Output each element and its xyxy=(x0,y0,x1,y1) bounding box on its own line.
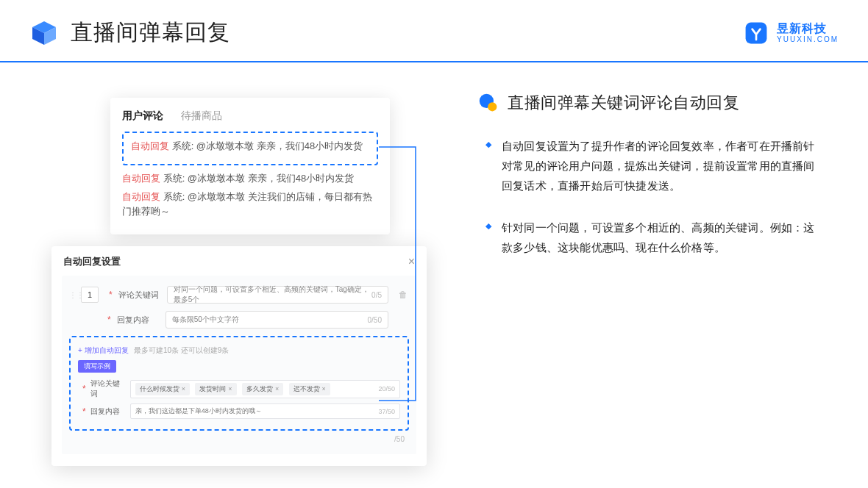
header-left: 直播间弹幕回复 xyxy=(29,18,230,48)
settings-body: ⋮⋮ * 评论关键词 对同一个问题，可设置多个相近、高频的关键词，Tag确定，最… xyxy=(62,276,416,454)
cube-icon xyxy=(29,18,59,48)
auto-reply-tag: 自动回复 xyxy=(122,191,160,202)
example-section: + 增加自动回复 最多可建10条 还可以创建9条 填写示例 * 评论关键词 什么… xyxy=(69,336,409,431)
brand-block: 昱新科技 YUUXIN.COM xyxy=(743,20,839,46)
ex-content-counter: 37/50 xyxy=(378,408,395,415)
tag-pill[interactable]: 迟不发货 xyxy=(289,383,330,395)
reply-text-1: 系统: @冰墩墩本墩 亲亲，我们48小时内发货 xyxy=(172,140,363,151)
content-input[interactable]: 每条限50个中文字符 0/50 xyxy=(166,311,388,329)
tag-pill[interactable]: 多久发货 xyxy=(242,383,283,395)
tab-pending-goods[interactable]: 待播商品 xyxy=(181,110,222,123)
right-column: 直播间弹幕关键词评论自动回复 自动回复设置为了提升作者的评论回复效率，作者可在开… xyxy=(478,85,824,445)
delete-icon[interactable]: 🗑 xyxy=(399,290,409,300)
bullet-list: 自动回复设置为了提升作者的评论回复效率，作者可在开播前针对常见的评论用户问题，提… xyxy=(478,136,824,257)
keyword-input[interactable]: 对同一个问题，可设置多个相近、高频的关键词，Tag确定，最多5个 0/5 xyxy=(167,286,388,304)
required-marker: * xyxy=(107,315,111,325)
outer-counter: /50 xyxy=(394,435,405,443)
settings-card: 自动回复设置 × ⋮⋮ * 评论关键词 对同一个问题，可设置多个相近、高频的关键… xyxy=(51,246,427,466)
content-row: * 回复内容 每条限50个中文字符 0/50 xyxy=(69,311,409,329)
settings-title: 自动回复设置 xyxy=(63,255,121,268)
ex-content-text: 亲，我们这边都是下单48小时内发货的哦～ xyxy=(135,406,262,416)
brand-text: 昱新科技 YUUXIN.COM xyxy=(777,22,839,43)
bullet-1: 自动回复设置为了提升作者的评论回复效率，作者可在开播前针对常见的评论用户问题，提… xyxy=(485,136,824,195)
keyword-row: ⋮⋮ * 评论关键词 对同一个问题，可设置多个相近、高频的关键词，Tag确定，最… xyxy=(69,286,409,304)
comments-tabs: 用户评论 待播商品 xyxy=(122,107,378,130)
brand-logo-icon xyxy=(743,20,769,46)
ex-kw-input[interactable]: 什么时候发货 发货时间 多久发货 迟不发货 20/50 xyxy=(130,380,400,398)
auto-reply-tag: 自动回复 xyxy=(122,173,160,184)
keyword-counter: 0/5 xyxy=(371,291,382,299)
example-chip: 填写示例 xyxy=(78,360,116,373)
add-auto-reply-link[interactable]: + 增加自动回复 xyxy=(78,346,129,354)
add-row: + 增加自动回复 最多可建10条 还可以创建9条 xyxy=(78,345,400,356)
comments-card: 用户评论 待播商品 自动回复 系统: @冰墩墩本墩 亲亲，我们48小时内发货 自… xyxy=(110,98,390,234)
settings-header: 自动回复设置 × xyxy=(62,254,416,276)
tag-pill[interactable]: 发货时间 xyxy=(195,383,236,395)
tag-pill[interactable]: 什么时候发货 xyxy=(135,383,190,395)
page-title: 直播间弹幕回复 xyxy=(71,18,230,48)
tab-user-comments[interactable]: 用户评论 xyxy=(122,110,163,123)
ex-tags: 什么时候发货 发货时间 多久发货 迟不发货 xyxy=(135,383,333,395)
content-counter: 0/50 xyxy=(368,316,382,324)
keyword-placeholder: 对同一个问题，可设置多个相近、高频的关键词，Tag确定，最多5个 xyxy=(174,284,371,305)
content-placeholder: 每条限50个中文字符 xyxy=(172,315,239,325)
required-marker: * xyxy=(82,384,86,394)
drag-handle-icon[interactable]: ⋮⋮ xyxy=(69,291,75,299)
chat-bubble-icon xyxy=(478,93,499,113)
content-label: 回复内容 xyxy=(117,315,160,326)
reply-line-3: 自动回复 系统: @冰墩墩本墩 关注我们的店铺，每日都有热门推荐哟～ xyxy=(122,190,378,218)
auto-reply-tag: 自动回复 xyxy=(131,140,169,151)
brand-url: YUUXIN.COM xyxy=(777,35,839,43)
page-header: 直播间弹幕回复 昱新科技 YUUXIN.COM xyxy=(0,0,868,62)
section-title: 直播间弹幕关键词评论自动回复 xyxy=(508,92,739,114)
highlighted-reply: 自动回复 系统: @冰墩墩本墩 亲亲，我们48小时内发货 xyxy=(122,132,378,165)
reply-line-2: 自动回复 系统: @冰墩墩本墩 亲亲，我们48小时内发货 xyxy=(122,171,378,186)
sequence-input[interactable] xyxy=(81,287,99,303)
ex-kw-counter: 20/50 xyxy=(378,385,395,392)
reply-text-2: 系统: @冰墩墩本墩 亲亲，我们48小时内发货 xyxy=(163,173,355,184)
main-content: 用户评论 待播商品 自动回复 系统: @冰墩墩本墩 亲亲，我们48小时内发货 自… xyxy=(0,62,868,445)
required-marker: * xyxy=(82,406,86,417)
section-head: 直播间弹幕关键词评论自动回复 xyxy=(478,92,824,114)
ex-kw-label: 评论关键词 xyxy=(90,378,126,399)
svg-point-5 xyxy=(488,102,497,111)
close-icon[interactable]: × xyxy=(408,255,415,268)
left-screenshots: 用户评论 待播商品 自动回复 系统: @冰墩墩本墩 亲亲，我们48小时内发货 自… xyxy=(51,85,434,445)
example-content-row: * 回复内容 亲，我们这边都是下单48小时内发货的哦～ 37/50 xyxy=(78,403,400,419)
keyword-label: 评论关键词 xyxy=(118,290,161,301)
ex-content-label: 回复内容 xyxy=(90,406,126,417)
brand-name: 昱新科技 xyxy=(777,22,839,35)
add-hint: 最多可建10条 还可以创建9条 xyxy=(134,346,229,354)
required-marker: * xyxy=(109,290,113,300)
bullet-2: 针对同一个问题，可设置多个相近的、高频的关键词。例如：这款多少钱、这块能优惠吗、… xyxy=(485,218,824,257)
ex-content-input[interactable]: 亲，我们这边都是下单48小时内发货的哦～ 37/50 xyxy=(130,403,400,419)
example-keyword-row: * 评论关键词 什么时候发货 发货时间 多久发货 迟不发货 20/50 xyxy=(78,378,400,399)
reply-line-1: 自动回复 系统: @冰墩墩本墩 亲亲，我们48小时内发货 xyxy=(131,139,369,154)
